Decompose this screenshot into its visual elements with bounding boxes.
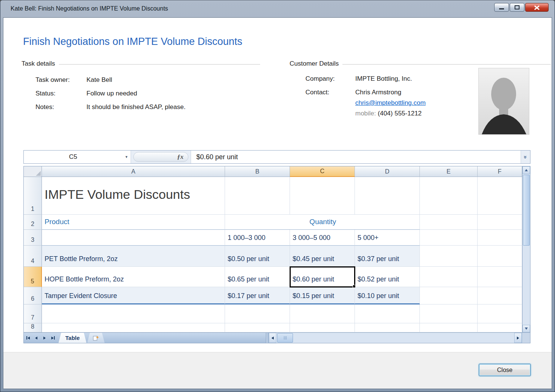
row-header-6[interactable]: 6 xyxy=(24,287,42,304)
cell-C3[interactable]: 3 000–5 000 xyxy=(290,230,355,246)
last-sheet-button[interactable] xyxy=(49,333,57,343)
task-owner-value: Kate Bell xyxy=(86,76,112,84)
cell-F7[interactable] xyxy=(478,304,522,323)
embedded-spreadsheet: C5 ▼ ƒx $0.60 per unit » xyxy=(23,150,530,343)
scroll-down-button[interactable] xyxy=(523,325,530,332)
cell-E8[interactable] xyxy=(420,323,478,332)
column-header-E[interactable]: E xyxy=(420,166,478,177)
column-header-D[interactable]: D xyxy=(355,166,420,177)
contact-email-link[interactable]: chris@imptebottling.com xyxy=(355,99,426,107)
tab-split-handle[interactable] xyxy=(266,333,269,343)
cell-E6[interactable] xyxy=(420,287,478,304)
first-sheet-button[interactable] xyxy=(24,333,32,343)
cell-E4[interactable] xyxy=(420,246,478,267)
row-header-1[interactable]: 1 xyxy=(24,177,42,215)
column-header-F[interactable]: F xyxy=(478,166,522,177)
next-sheet-button[interactable] xyxy=(40,333,49,343)
scroll-right-button[interactable] xyxy=(514,333,522,343)
row-header-2[interactable]: 2 xyxy=(24,215,42,230)
status-value: Follow up needed xyxy=(86,90,137,97)
scroll-left-button[interactable] xyxy=(269,333,276,343)
row-header-4[interactable]: 4 xyxy=(24,246,42,267)
scroll-up-button[interactable] xyxy=(523,166,530,174)
name-box-dropdown-icon[interactable]: ▼ xyxy=(122,155,131,159)
cell-A2[interactable]: Product xyxy=(42,215,225,230)
row-header-7[interactable]: 7 xyxy=(24,304,42,323)
cell-A7[interactable] xyxy=(42,304,225,323)
vertical-scrollbar[interactable] xyxy=(522,166,530,332)
cell-B6[interactable]: $0.17 per unit xyxy=(225,287,290,304)
cell-D8[interactable] xyxy=(355,323,420,332)
cell-F5[interactable] xyxy=(478,267,522,287)
cell-F1[interactable] xyxy=(478,177,522,215)
cell-A5[interactable]: HOPE Bottle Preform, 2oz xyxy=(42,267,225,287)
cell-C1[interactable] xyxy=(290,177,355,215)
name-box[interactable]: C5 ▼ xyxy=(24,151,131,163)
row-header-3[interactable]: 3 xyxy=(24,230,42,246)
cell-A6[interactable]: Tamper Evident Closure xyxy=(42,287,225,304)
cell-D3[interactable]: 5 000+ xyxy=(355,230,420,246)
insert-worksheet-button[interactable] xyxy=(87,333,105,343)
cell-B4[interactable]: $0.50 per unit xyxy=(225,246,290,267)
window-controls xyxy=(494,3,549,12)
formula-input[interactable]: $0.60 per unit xyxy=(191,151,521,163)
dialog-content: Finish Negotiations on IMPTE Volume Disc… xyxy=(3,18,552,352)
horizontal-scroll-track[interactable] xyxy=(294,333,514,343)
row-header-5[interactable]: 5 xyxy=(24,267,42,287)
cell-E1[interactable] xyxy=(420,177,478,215)
last-sheet-icon xyxy=(51,337,54,340)
cell-D6[interactable]: $0.10 per unit xyxy=(355,287,420,304)
cell-E3[interactable] xyxy=(420,230,478,246)
cell-B5[interactable]: $0.65 per unit xyxy=(225,267,290,287)
column-header-A[interactable]: A xyxy=(42,166,225,177)
cell-E7[interactable] xyxy=(420,304,478,323)
cell-D7[interactable] xyxy=(355,304,420,323)
sheet-tab-table[interactable]: Table xyxy=(59,333,86,343)
cell-B7[interactable] xyxy=(225,304,290,323)
horizontal-scroll-thumb[interactable] xyxy=(277,333,293,343)
title-bar[interactable]: Kate Bell: Finish Negotiations on IMPTE … xyxy=(0,0,555,17)
cell-B2-merged[interactable]: Quantity xyxy=(225,215,420,230)
close-window-button[interactable] xyxy=(525,3,549,12)
cell-A3[interactable] xyxy=(42,230,225,246)
cell-F2[interactable] xyxy=(478,215,522,230)
cell-D5[interactable]: $0.52 per unit xyxy=(355,267,420,287)
expand-formula-bar-button[interactable]: » xyxy=(521,151,530,163)
vertical-scroll-track[interactable] xyxy=(523,246,530,325)
cell-A1[interactable]: IMPTE Volume Discounts xyxy=(42,177,225,215)
cell-F8[interactable] xyxy=(478,323,522,332)
minimize-button[interactable] xyxy=(494,3,509,12)
column-header-B[interactable]: B xyxy=(225,166,290,177)
cell-C7[interactable] xyxy=(290,304,355,323)
cell-A4[interactable]: PET Bottle Preform, 2oz xyxy=(42,246,225,267)
portrait-image xyxy=(479,68,529,134)
previous-sheet-button[interactable] xyxy=(32,333,40,343)
restore-button[interactable] xyxy=(510,3,524,12)
cell-D1[interactable] xyxy=(355,177,420,215)
cell-E5[interactable] xyxy=(420,267,478,287)
cell-C4[interactable]: $0.45 per unit xyxy=(290,246,355,267)
cell-F3[interactable] xyxy=(478,230,522,246)
cell-E2[interactable] xyxy=(420,215,478,230)
cell-B8[interactable] xyxy=(225,323,290,332)
row-header-8[interactable]: 8 xyxy=(24,323,42,332)
cell-F6[interactable] xyxy=(478,287,522,304)
cell-B1[interactable] xyxy=(225,177,290,215)
cell-B3[interactable]: 1 000–3 000 xyxy=(225,230,290,246)
vertical-scroll-thumb[interactable] xyxy=(523,175,530,246)
right-arrow-icon xyxy=(517,337,519,340)
insert-function-icon[interactable]: ƒx xyxy=(177,153,183,161)
cell-C6[interactable]: $0.15 per unit xyxy=(290,287,355,304)
status-label: Status: xyxy=(22,90,86,97)
select-all-corner[interactable] xyxy=(24,166,42,177)
cell-D4[interactable]: $0.37 per unit xyxy=(355,246,420,267)
cell-F4[interactable] xyxy=(478,246,522,267)
up-arrow-icon xyxy=(525,169,528,171)
close-button[interactable]: Close xyxy=(479,364,531,376)
column-header-C[interactable]: C xyxy=(290,166,355,177)
contact-label: Contact: xyxy=(290,89,355,96)
cell-A8[interactable] xyxy=(42,323,225,332)
cell-C8[interactable] xyxy=(290,323,355,332)
horizontal-scrollbar[interactable] xyxy=(266,333,530,343)
cell-C5-selected[interactable]: $0.60 per unit xyxy=(290,267,355,287)
